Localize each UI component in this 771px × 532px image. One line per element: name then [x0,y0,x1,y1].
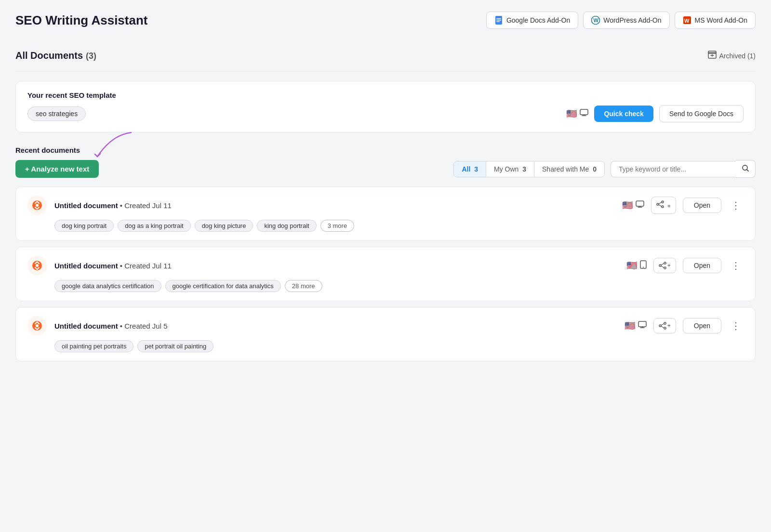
svg-point-29 [664,327,666,329]
doc-right-1: 🇺🇸 [622,197,744,214]
tag-1-3[interactable]: dog king picture [195,220,253,232]
wordpress-addon-button[interactable]: W WordPress Add-On [583,12,669,29]
doc-separator-1: • [120,201,124,210]
us-flag-3: 🇺🇸 [625,320,635,331]
doc-locale-2: 🇺🇸 [626,260,647,271]
us-flag: 🇺🇸 [566,108,577,119]
svg-rect-2 [496,20,501,21]
svg-text:W: W [594,17,599,23]
svg-rect-10 [580,109,588,115]
doc-meta-2: Untitled document • Created Jul 11 [54,262,172,270]
recent-template-card: Your recent SEO template seo strategies … [15,81,756,133]
filter-tab-shared[interactable]: Shared with Me 0 [534,161,604,177]
semrush-logo-1 [31,200,43,211]
more-menu-button-2[interactable]: ⋮ [728,258,744,273]
more-menu-button-3[interactable]: ⋮ [728,318,744,333]
all-documents-count: (3) [86,51,96,61]
recent-documents-section: Recent documents + Analyze new text All … [15,146,756,361]
svg-point-22 [664,262,666,264]
document-card-3: Untitled document • Created Jul 5 🇺🇸 [15,307,756,361]
svg-point-19 [36,264,39,267]
tag-1-more[interactable]: 3 more [320,220,354,232]
svg-text:W: W [684,18,690,24]
svg-point-21 [643,267,644,268]
svg-rect-27 [638,321,646,327]
svg-point-24 [659,265,661,266]
tag-2-2[interactable]: google certification for data analytics [165,280,281,292]
tag-1-2[interactable]: dog as a king portrait [118,220,190,232]
msword-addon-button[interactable]: W MS Word Add-On [675,12,756,29]
doc-icon-2 [27,256,47,275]
quick-check-button[interactable]: Quick check [594,106,653,122]
doc-locale-3: 🇺🇸 [625,320,647,331]
tag-2-more[interactable]: 28 more [285,280,322,292]
doc-row-2: Untitled document • Created Jul 11 🇺🇸 [27,256,744,275]
doc-left-3: Untitled document • Created Jul 5 [27,316,167,335]
share-button-2[interactable]: + [653,258,676,273]
tag-3-1[interactable]: oil painting pet portraits [54,340,133,352]
header: SEO Writing Assistant Google Docs Add-On [15,12,756,37]
share-icon-1: + [656,200,670,210]
more-menu-button-1[interactable]: ⋮ [728,198,744,213]
doc-right-2: 🇺🇸 [626,258,744,273]
svg-point-13 [36,204,39,207]
svg-rect-3 [496,21,500,22]
doc-row-3: Untitled document • Created Jul 5 🇺🇸 [27,316,744,335]
template-actions: 🇺🇸 Quick check Send to Google Docs [566,105,744,122]
share-button-3[interactable]: + [653,318,676,333]
search-button[interactable] [736,160,756,178]
doc-left-2: Untitled document • Created Jul 11 [27,256,172,275]
desktop-icon [580,108,588,119]
doc-meta-3: Untitled document • Created Jul 5 [54,322,167,330]
doc-tags-1: dog king portrait dog as a king portrait… [54,220,744,232]
mobile-icon-2 [640,260,647,271]
doc-separator-2: • [120,262,124,270]
doc-icon-3 [27,316,47,335]
archive-icon [708,51,717,61]
svg-point-16 [662,206,664,208]
tag-1-4[interactable]: king dog portrait [257,220,316,232]
doc-icon-1 [27,196,47,215]
document-card-1: Untitled document • Created Jul 11 🇺🇸 [15,186,756,241]
desktop-icon-1 [636,200,644,211]
svg-point-28 [664,322,666,324]
open-button-1[interactable]: Open [683,198,721,213]
template-locale: 🇺🇸 [566,108,588,119]
svg-point-23 [664,267,666,269]
divider-1 [15,71,756,71]
template-row: seo strategies 🇺🇸 Quick check Send to Go… [27,105,744,122]
filter-tab-my-own[interactable]: My Own 3 [486,161,534,177]
share-button-1[interactable]: + [651,197,676,214]
send-gdocs-button[interactable]: Send to Google Docs [659,105,744,122]
open-button-2[interactable]: Open [683,258,721,273]
doc-separator-3: • [120,322,124,330]
document-card-2: Untitled document • Created Jul 11 🇺🇸 [15,247,756,301]
wordpress-icon: W [591,16,600,25]
analyze-new-text-button[interactable]: + Analyze new text [15,160,99,178]
share-icon-2 [659,262,666,269]
addon-buttons: Google Docs Add-On W WordPress Add-On W [486,12,756,29]
filter-tab-all[interactable]: All 3 [454,161,486,177]
doc-left-1: Untitled document • Created Jul 11 [27,196,172,215]
search-input[interactable] [611,161,736,177]
semrush-logo-2 [31,260,43,271]
tag-3-2[interactable]: pet portrait oil painting [137,340,213,352]
doc-locale-1: 🇺🇸 [622,200,644,211]
tag-2-1[interactable]: google data analytics certification [54,280,161,292]
tag-1-1[interactable]: dog king portrait [54,220,114,232]
right-controls: All 3 My Own 3 Shared with Me 0 [453,160,756,178]
svg-rect-1 [496,18,501,19]
archived-button[interactable]: Archived (1) [708,51,756,61]
google-docs-addon-button[interactable]: Google Docs Add-On [486,12,578,29]
all-documents-title: All Documents [15,50,83,61]
svg-point-15 [662,201,664,203]
search-area [611,160,756,178]
open-button-3[interactable]: Open [683,318,721,333]
archived-label: Archived (1) [719,52,756,60]
recent-docs-title: Recent documents [15,146,756,154]
template-keyword-tag[interactable]: seo strategies [27,106,86,121]
svg-rect-14 [636,201,644,206]
doc-meta-1: Untitled document • Created Jul 11 [54,201,172,210]
page-title: SEO Writing Assistant [15,13,148,28]
all-documents-header: All Documents (3) Archived (1) [15,50,756,61]
